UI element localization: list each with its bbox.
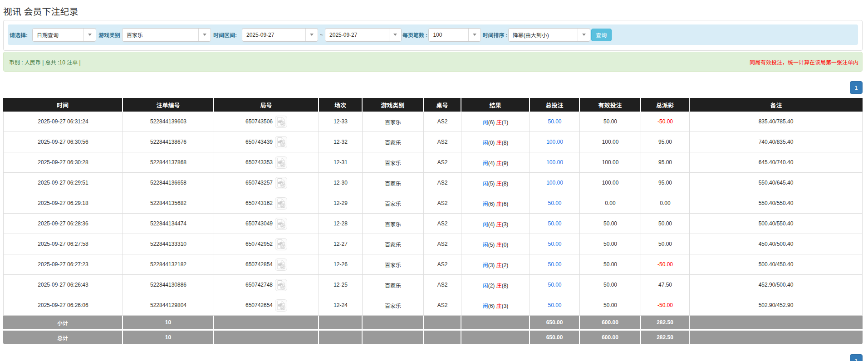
game-type-combobox[interactable]: 百家乐 (122, 28, 211, 42)
remark-cell: 500.40/450.40 (690, 254, 863, 275)
summary-cell: 282.50 (641, 329, 690, 344)
summary-cell: 10 (123, 316, 214, 329)
round-cell: 650742654 (214, 295, 319, 316)
table-no-cell: AS2 (424, 234, 461, 254)
session-cell: 12-26 (319, 254, 363, 275)
total-bet-cell: 50.00 (530, 193, 580, 214)
summary-cell: 650.00 (530, 316, 580, 329)
summary-cell (690, 316, 863, 329)
payout-cell: 50.00 (641, 234, 690, 254)
chevron-down-icon[interactable] (305, 29, 318, 41)
chevron-down-icon[interactable] (389, 29, 401, 41)
total-bet-link[interactable]: 50.00 (548, 261, 561, 268)
bet-id-cell: 522844130886 (123, 275, 214, 295)
player-result: 闲 (483, 262, 488, 268)
summary-bar: 币别 : 人民币 | 总共 :10 注单 | 同局有效投注，统一计算在该局第一张… (3, 52, 863, 72)
video-replay-button[interactable] (275, 218, 287, 230)
time-cell: 2025-09-27 06:27:23 (3, 254, 123, 275)
player-points: (3) (488, 262, 495, 268)
video-replay-button[interactable] (275, 177, 287, 189)
banker-points: (3) (502, 221, 509, 228)
page-1-button[interactable]: 1 (850, 354, 863, 361)
date-to-value[interactable]: 2025-09-27 (325, 29, 389, 41)
sort-order-value[interactable]: 降幂(由大到小) (509, 29, 578, 41)
banker-points: (8) (502, 140, 509, 146)
column-header: 局号 (214, 98, 319, 112)
total-bet-cell: 50.00 (530, 214, 580, 234)
player-result: 闲 (483, 119, 488, 126)
pagination-top: 1 (3, 81, 863, 94)
summary-cell (461, 316, 530, 329)
total-bet-link[interactable]: 50.00 (548, 200, 561, 206)
total-bet-cell: 100.00 (530, 152, 580, 173)
session-cell: 12-29 (319, 193, 363, 214)
summary-cell (214, 329, 319, 344)
round-cell: 650742748 (214, 275, 319, 295)
chevron-down-icon[interactable] (198, 29, 211, 41)
valid-bet-cell: 0.00 (580, 193, 641, 214)
video-replay-button[interactable] (275, 279, 287, 291)
video-replay-button[interactable] (275, 197, 287, 210)
chevron-down-icon[interactable] (83, 29, 96, 41)
filter-bar: 请选择: 日期查询 游戏类别 百家乐 时间区间: 2025-09-27 ~ 20… (8, 24, 858, 45)
total-bet-link[interactable]: 100.00 (546, 139, 563, 145)
video-file-icon (275, 137, 287, 148)
session-cell: 12-31 (319, 152, 363, 173)
page-size-value[interactable]: 100 (429, 29, 468, 41)
video-replay-button[interactable] (275, 116, 287, 128)
video-replay-button[interactable] (275, 136, 287, 148)
sort-order-combobox[interactable]: 降幂(由大到小) (508, 28, 590, 42)
table-row: 2025-09-27 06:26:43522844130886650742748… (3, 275, 863, 295)
remark-cell: 450.40/500.40 (690, 234, 863, 254)
game-type-value[interactable]: 百家乐 (123, 29, 198, 41)
player-points: (6) (488, 303, 495, 309)
date-from-value[interactable]: 2025-09-27 (242, 29, 305, 41)
total-bet-cell: 100.00 (530, 132, 580, 152)
video-replay-button[interactable] (275, 299, 287, 312)
table-row: 2025-09-27 06:31:24522844139603650743506… (3, 112, 863, 132)
date-from-picker[interactable]: 2025-09-27 (242, 28, 318, 42)
query-button[interactable]: 查询 (591, 29, 612, 41)
bet-id-cell: 522844132182 (123, 254, 214, 275)
total-bet-link[interactable]: 100.00 (546, 180, 563, 186)
payout-cell: 95.00 (641, 173, 690, 193)
game-cell: 百家乐 (363, 112, 424, 132)
summary-cell (319, 316, 363, 329)
total-bet-link[interactable]: 50.00 (548, 241, 561, 247)
table-row: 2025-09-27 06:27:23522844132182650742854… (3, 254, 863, 275)
chevron-down-icon[interactable] (578, 29, 590, 41)
game-cell: 百家乐 (363, 132, 424, 152)
chevron-down-icon[interactable] (468, 29, 481, 41)
player-points: (6) (488, 119, 495, 126)
round-number: 650742952 (245, 241, 273, 247)
remark-cell: 500.40/550.40 (690, 214, 863, 234)
bet-id-cell: 522844136658 (123, 173, 214, 193)
video-replay-button[interactable] (275, 238, 287, 250)
select-mode-value[interactable]: 日期查询 (33, 29, 83, 41)
total-bet-cell: 50.00 (530, 275, 580, 295)
game-cell: 百家乐 (363, 173, 424, 193)
total-bet-link[interactable]: 50.00 (548, 118, 561, 125)
page-size-combobox[interactable]: 100 (428, 28, 481, 42)
table-header: 时间注单编号局号场次游戏类别桌号结果总投注有效投注总派彩备注 (3, 98, 863, 112)
remark-cell: 835.40/785.40 (690, 112, 863, 132)
page-1-button[interactable]: 1 (850, 81, 863, 94)
banker-points: (1) (502, 119, 509, 126)
result-cell: 闲(4) 庄(3) (461, 214, 530, 234)
total-bet-link[interactable]: 50.00 (548, 282, 561, 288)
select-mode-combobox[interactable]: 日期查询 (32, 28, 96, 42)
banker-result: 庄 (496, 140, 502, 146)
time-cell: 2025-09-27 06:26:43 (3, 275, 123, 295)
banker-result: 庄 (496, 221, 502, 228)
payout-cell: -50.00 (641, 254, 690, 275)
total-bet-link[interactable]: 100.00 (546, 159, 563, 166)
player-result: 闲 (483, 180, 488, 187)
total-bet-link[interactable]: 50.00 (548, 220, 561, 227)
video-replay-button[interactable] (275, 156, 287, 169)
remark-cell: 645.40/740.40 (690, 152, 863, 173)
total-bet-link[interactable]: 50.00 (548, 302, 561, 308)
video-replay-button[interactable] (275, 259, 287, 271)
date-to-picker[interactable]: 2025-09-27 (325, 28, 402, 42)
summary-cell (363, 329, 424, 344)
session-cell: 12-25 (319, 275, 363, 295)
